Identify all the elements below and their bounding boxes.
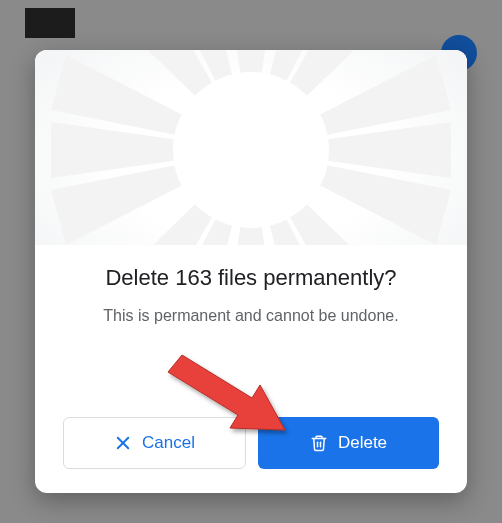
cancel-button-label: Cancel xyxy=(142,433,195,453)
svg-point-17 xyxy=(173,72,329,228)
delete-button-label: Delete xyxy=(338,433,387,453)
dialog-content: Delete 163 files permanently? This is pe… xyxy=(35,245,467,493)
cancel-button[interactable]: Cancel xyxy=(63,417,246,469)
dialog-subtitle: This is permanent and cannot be undone. xyxy=(63,305,439,327)
close-icon xyxy=(114,434,132,452)
dialog-button-row: Cancel Delete xyxy=(63,417,439,469)
delete-confirmation-dialog: Delete 163 files permanently? This is pe… xyxy=(35,50,467,493)
trash-icon xyxy=(310,434,328,452)
delete-button[interactable]: Delete xyxy=(258,417,439,469)
dialog-title: Delete 163 files permanently? xyxy=(63,265,439,291)
dialog-hero-illustration xyxy=(35,50,467,245)
